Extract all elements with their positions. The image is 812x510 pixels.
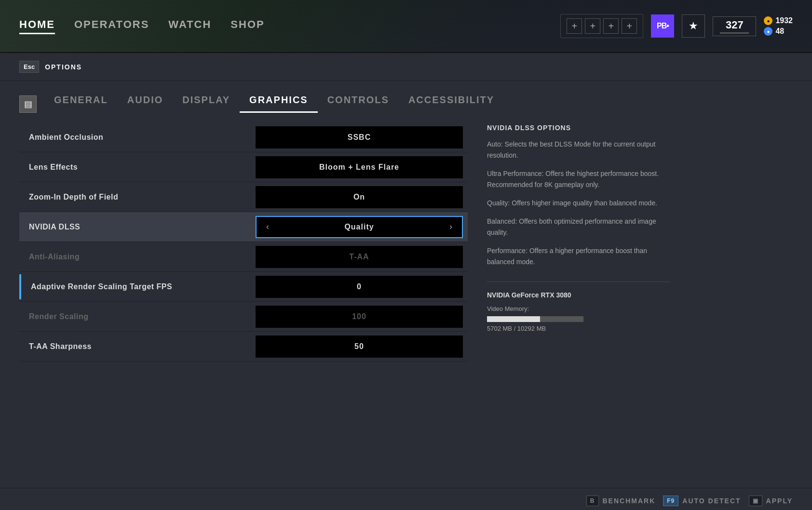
vram-label: Video Memory: (487, 304, 670, 314)
setting-value-box-4[interactable]: T-AA (256, 246, 463, 268)
autodetect-label: AUTO DETECT (682, 497, 741, 505)
tabs-section: ▤ GENERALAUDIODISPLAYGRAPHICSCONTROLSACC… (0, 81, 812, 113)
selector-left-arrow[interactable]: ‹ (258, 222, 277, 232)
setting-row-3: NVIDIA DLSS‹Quality› (19, 212, 468, 242)
setting-value-box-2[interactable]: On (256, 186, 463, 208)
setting-value-3: Quality (344, 223, 374, 231)
setting-label-2: Zoom-In Depth of Field (19, 193, 256, 201)
setting-value-4: T-AA (349, 253, 369, 261)
selector-right-arrow[interactable]: › (442, 222, 460, 232)
page-body: ▤ GENERALAUDIODISPLAYGRAPHICSCONTROLSACC… (0, 81, 812, 510)
apply-icon: ▣ (749, 496, 762, 506)
autodetect-button[interactable]: F9 AUTO DETECT (663, 496, 741, 506)
graphics-tab-icon: ▤ (19, 95, 37, 113)
info-panel: NVIDIA DLSS OPTIONS Auto: Selects the be… (482, 122, 675, 478)
setting-value-box-7[interactable]: 50 (256, 336, 463, 358)
nav-link-watch[interactable]: WATCH (168, 18, 211, 34)
bottom-bar: B BENCHMARK F9 AUTO DETECT ▣ APPLY (0, 488, 812, 510)
setting-value-2: On (353, 193, 365, 201)
setting-value-box-3[interactable]: ‹Quality› (256, 216, 463, 238)
tab-general[interactable]: GENERAL (44, 91, 118, 113)
setting-value-1: Bloom + Lens Flare (319, 163, 399, 172)
loadout-slot-1[interactable]: + (567, 18, 582, 34)
player-level: 327 (713, 16, 756, 36)
info-section-1: Ultra Performance: Offers the highest pe… (487, 168, 670, 190)
vram-bar (487, 316, 583, 322)
currency-gold-value: 1932 (775, 16, 793, 25)
options-title: OPTIONS (45, 63, 82, 71)
setting-value-6: 100 (352, 312, 366, 321)
setting-row-5: Adaptive Render Scaling Target FPS0 (19, 272, 468, 302)
setting-label-7: T-AA Sharpness (19, 342, 256, 351)
setting-value-box-5[interactable]: 0 (256, 276, 463, 298)
info-section-0: Auto: Selects the best DLSS Mode for the… (487, 139, 670, 161)
gold-coin-icon: ● (764, 16, 772, 25)
benchmark-label: BENCHMARK (603, 497, 656, 505)
currency-display: ● 1932 ● 48 (764, 16, 793, 36)
tab-controls[interactable]: CONTROLS (318, 91, 399, 113)
blue-coin-icon: ● (764, 27, 772, 36)
setting-value-box-0[interactable]: SSBC (256, 126, 463, 148)
top-bar-right: + + + + PB• ★ 327 ● 1932 ● 48 (560, 14, 793, 38)
tab-graphics[interactable]: GRAPHICS (240, 91, 318, 113)
benchmark-key: B (586, 496, 599, 506)
apply-label: APPLY (766, 497, 793, 505)
esc-button[interactable]: Esc (19, 61, 39, 73)
gpu-section: NVIDIA GeForce RTX 3080 Video Memory: 57… (487, 282, 670, 334)
setting-label-6: Render Scaling (19, 312, 256, 321)
main-nav: HOMEOPERATORSWATCHSHOP (19, 18, 265, 34)
tab-display[interactable]: DISPLAY (173, 91, 240, 113)
info-section-3: Balanced: Offers both optimized performa… (487, 216, 670, 238)
vram-text: 5702 MB / 10292 MB (487, 324, 670, 334)
vram-bar-fill (487, 316, 540, 322)
info-panel-title: NVIDIA DLSS OPTIONS (487, 122, 670, 133)
setting-value-7: 50 (354, 342, 364, 351)
nav-link-home[interactable]: HOME (19, 18, 55, 34)
nav-link-shop[interactable]: SHOP (230, 18, 264, 34)
benchmark-button[interactable]: B BENCHMARK (586, 496, 655, 506)
avatar: PB• (651, 14, 674, 38)
setting-value-box-1[interactable]: Bloom + Lens Flare (256, 156, 463, 178)
tabs-row: ▤ GENERALAUDIODISPLAYGRAPHICSCONTROLSACC… (19, 91, 793, 113)
loadout-slot-2[interactable]: + (585, 18, 600, 34)
tab-accessibility[interactable]: ACCESSIBILITY (399, 91, 504, 113)
loadout-slot-3[interactable]: + (603, 18, 619, 34)
setting-value-box-6[interactable]: 100 (256, 306, 463, 328)
info-section-2: Quality: Offers higher image quality tha… (487, 198, 670, 208)
currency-blue-row: ● 48 (764, 27, 793, 36)
setting-row-2: Zoom-In Depth of FieldOn (19, 182, 468, 212)
setting-row-1: Lens EffectsBloom + Lens Flare (19, 152, 468, 182)
top-bar: HOMEOPERATORSWATCHSHOP + + + + PB• ★ 327… (0, 0, 812, 53)
settings-wrapper: Ambient OcclusionSSBCLens EffectsBloom +… (0, 113, 812, 488)
tab-audio[interactable]: AUDIO (118, 91, 173, 113)
apply-button[interactable]: ▣ APPLY (749, 496, 793, 506)
settings-panel: Ambient OcclusionSSBCLens EffectsBloom +… (19, 122, 468, 478)
setting-label-5: Adaptive Render Scaling Target FPS (21, 282, 256, 291)
setting-label-1: Lens Effects (19, 163, 256, 172)
options-header: Esc OPTIONS (0, 53, 812, 81)
setting-row-4: Anti-AliasingT-AA (19, 242, 468, 272)
setting-value-5: 0 (357, 282, 362, 291)
setting-label-3: NVIDIA DLSS (19, 223, 256, 231)
loadout-slot-4[interactable]: + (622, 18, 637, 34)
setting-value-0: SSBC (348, 133, 371, 142)
setting-label-4: Anti-Aliasing (19, 253, 256, 261)
setting-label-0: Ambient Occlusion (19, 133, 256, 142)
setting-row-0: Ambient OcclusionSSBC (19, 122, 468, 152)
setting-row-7: T-AA Sharpness50 (19, 332, 468, 362)
currency-gold-row: ● 1932 (764, 16, 793, 25)
loadout-slots: + + + + (560, 14, 643, 38)
rank-badge: ★ (682, 14, 705, 38)
info-section-4: Performance: Offers a higher performance… (487, 245, 670, 267)
gpu-name: NVIDIA GeForce RTX 3080 (487, 290, 670, 300)
currency-blue-value: 48 (775, 27, 784, 36)
nav-link-operators[interactable]: OPERATORS (74, 18, 149, 34)
autodetect-key: F9 (663, 496, 678, 506)
setting-row-6: Render Scaling100 (19, 302, 468, 332)
